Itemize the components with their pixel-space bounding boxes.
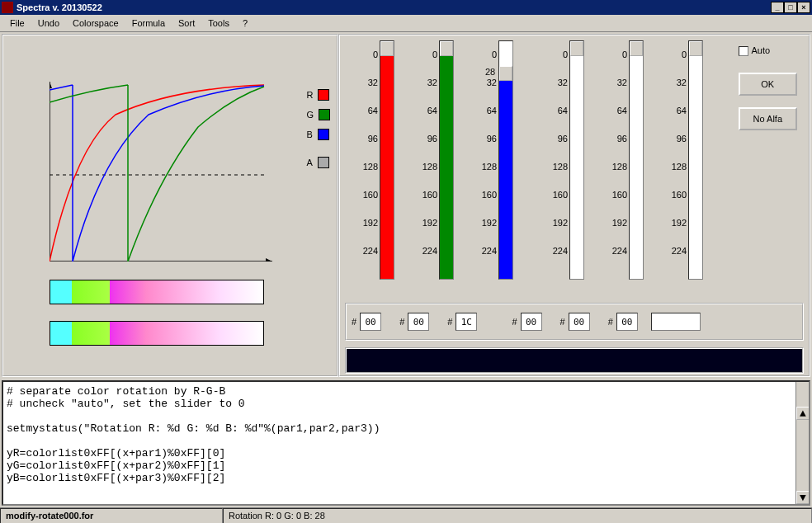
legend-a-swatch	[318, 157, 329, 168]
legend-r-swatch	[318, 89, 329, 101]
color-preview-bar	[345, 347, 804, 374]
slider-thumb-3[interactable]	[570, 41, 583, 56]
legend-b-label: B	[306, 130, 312, 139]
menu-file[interactable]: File	[3, 16, 31, 30]
status-message: Rotation R: 0 G: 0 B: 28	[223, 508, 812, 523]
titlebar: Spectra v. 20130522 _ □ ×	[0, 0, 812, 15]
statusbar: modify-rotate000.for Rotation R: 0 G: 0 …	[0, 507, 812, 523]
hex-5-input[interactable]	[569, 313, 590, 331]
graph-panel: R G B A	[2, 34, 338, 377]
noalfa-button[interactable]: No Alfa	[739, 107, 797, 130]
gradient-preview-1	[50, 280, 264, 304]
slider-thumb-5[interactable]	[689, 41, 702, 56]
hash-5: #	[560, 317, 565, 327]
menu-colorspace[interactable]: Colorspace	[66, 16, 125, 30]
legend-r-label: R	[306, 90, 313, 100]
hash-2: #	[399, 317, 404, 327]
slider-2[interactable]	[498, 40, 513, 280]
scroll-down-icon[interactable]: ▼	[796, 491, 810, 504]
legend-g-label: G	[306, 110, 314, 120]
minimize-button[interactable]: _	[771, 2, 784, 13]
hex-combined-input[interactable]	[651, 313, 701, 331]
slider-thumb-4[interactable]	[630, 41, 643, 56]
close-button[interactable]: ×	[797, 2, 810, 13]
hex-g-input[interactable]	[408, 313, 429, 331]
gradient-preview-2	[50, 321, 264, 346]
slider-value-2: 28	[485, 67, 495, 77]
menu-help[interactable]: ?	[236, 16, 254, 30]
slider-thumb-2[interactable]	[499, 66, 512, 81]
code-editor[interactable]: # separate color rotation by R-G-B # unc…	[2, 380, 810, 506]
slider-4[interactable]	[629, 40, 644, 280]
slider-ticks-4: 0326496128160192224	[594, 40, 627, 265]
slider-3[interactable]	[569, 40, 584, 280]
window-title: Spectra v. 20130522	[17, 2, 771, 12]
slider-ticks-5: 0326496128160192224	[654, 40, 687, 265]
sliders-panel: 0326496128160192224032649612816019222403…	[338, 34, 810, 377]
curve-graph	[50, 82, 272, 262]
menu-undo[interactable]: Undo	[31, 16, 66, 30]
legend-a-label: A	[306, 158, 312, 167]
ok-button[interactable]: OK	[739, 73, 797, 96]
hex-r-input[interactable]	[360, 313, 381, 331]
slider-ticks-3: 0326496128160192224	[535, 40, 568, 265]
auto-checkbox[interactable]: Auto	[739, 45, 771, 55]
menubar: File Undo Colorspace Formula Sort Tools …	[0, 15, 812, 32]
status-filename: modify-rotate000.for	[0, 508, 223, 523]
legend-g-swatch	[319, 109, 330, 120]
hex-row: # # # # # #	[345, 303, 804, 341]
slider-thumb-1[interactable]	[440, 41, 453, 56]
menu-formula[interactable]: Formula	[125, 16, 172, 30]
menu-tools[interactable]: Tools	[201, 16, 236, 30]
slider-1[interactable]	[439, 40, 454, 280]
hex-6-input[interactable]	[616, 313, 638, 331]
hash-3: #	[447, 317, 452, 327]
scroll-up-icon[interactable]: ▲	[796, 407, 810, 420]
hash-4: #	[512, 317, 517, 327]
slider-0[interactable]	[380, 40, 394, 280]
hex-4-input[interactable]	[521, 313, 542, 331]
hash-1: #	[352, 317, 356, 327]
legend-b-swatch	[318, 129, 329, 140]
slider-thumb-0[interactable]	[380, 41, 394, 56]
menu-sort[interactable]: Sort	[172, 16, 201, 30]
slider-ticks-1: 0326496128160192224	[404, 40, 437, 265]
hex-b-input[interactable]	[456, 313, 477, 331]
slider-5[interactable]	[688, 40, 703, 280]
scrollbar[interactable]: ▲ ▼	[795, 382, 809, 504]
hash-6: #	[608, 317, 613, 327]
legend: R G B A	[306, 85, 330, 172]
maximize-button[interactable]: □	[784, 2, 797, 13]
slider-ticks-0: 0326496128160192224	[345, 40, 378, 265]
app-icon	[2, 2, 13, 13]
